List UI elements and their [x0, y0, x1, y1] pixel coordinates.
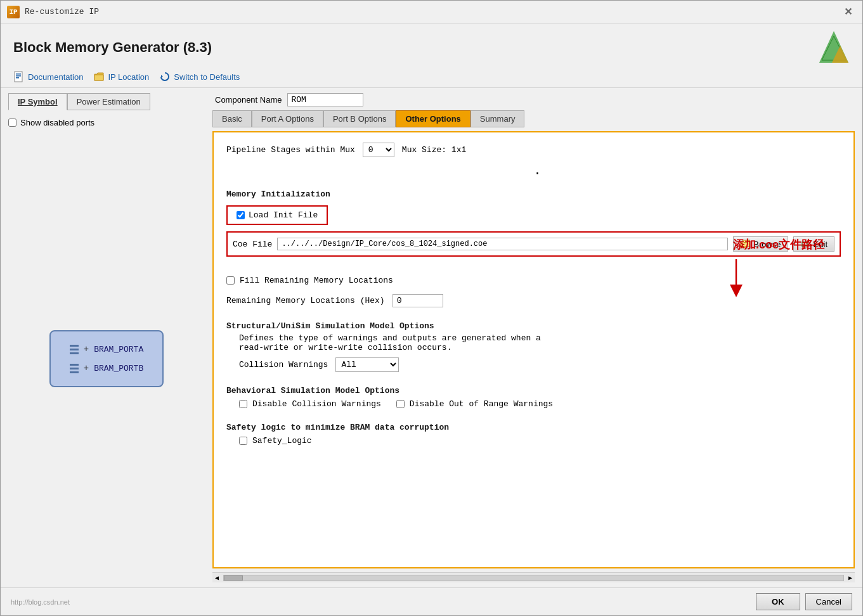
- svg-rect-4: [16, 74, 21, 75]
- folder-icon: [93, 71, 105, 82]
- bram-portb: + BRAM_PORTB: [70, 363, 143, 373]
- show-disabled-checkbox[interactable]: [8, 119, 16, 127]
- cancel-button[interactable]: Cancel: [805, 593, 852, 610]
- switch-defaults-link[interactable]: Switch to Defaults: [159, 71, 240, 82]
- load-init-label: Load Init File: [249, 210, 318, 220]
- right-panel: Component Name Basic Port A Options Port…: [212, 93, 855, 582]
- disable-collision-checkbox[interactable]: [239, 400, 247, 408]
- safety-logic-section-label: Safety logic to minimize BRAM data corru…: [226, 423, 841, 432]
- load-init-file-row[interactable]: Load Init File: [226, 205, 328, 225]
- structural-sim-section: Structural/UniSim Simulation Model Optio…: [226, 321, 841, 372]
- mux-size-label: Mux Size: 1x1: [402, 145, 466, 155]
- annotation-container: 添加.coe文件路径: [720, 256, 752, 300]
- structural-sim-content: Defines the type of warnings and outputs…: [226, 333, 841, 372]
- behavioral-sim-label: Behavioral Simulation Model Options: [226, 386, 841, 395]
- porta-lines: [70, 345, 79, 354]
- documentation-label: Documentation: [28, 72, 83, 82]
- disable-collision-row: Disable Collision Warnings Disable Out o…: [239, 399, 841, 409]
- vivado-logo: [818, 30, 850, 65]
- close-button[interactable]: ✕: [840, 4, 856, 19]
- scroll-left-btn[interactable]: ◀: [212, 574, 221, 582]
- component-name-row: Component Name: [212, 93, 855, 106]
- horizontal-scrollbar[interactable]: ◀ ▶: [212, 572, 855, 582]
- behavioral-sim-content: Disable Collision Warnings Disable Out o…: [226, 399, 841, 409]
- portb-lines: [70, 364, 79, 373]
- disable-collision-label: Disable Collision Warnings: [252, 399, 381, 409]
- bram-block: + BRAM_PORTA + BRAM_PORTB: [49, 330, 164, 387]
- tab-portb-options[interactable]: Port B Options: [323, 110, 396, 127]
- window-title: Re-customize IP: [25, 7, 99, 16]
- bram-porta: + BRAM_PORTA: [70, 344, 143, 354]
- svg-rect-6: [16, 77, 19, 79]
- port-line-4: [70, 364, 79, 366]
- port-line-1: [70, 345, 79, 347]
- collision-warnings-row: Collision Warnings All Generate X None: [239, 357, 841, 372]
- port-line-3: [70, 352, 79, 354]
- collision-warnings-label: Collision Warnings: [239, 360, 328, 369]
- disable-range-checkbox[interactable]: [396, 400, 405, 408]
- structural-desc2: read-write or write-write collision occu…: [239, 343, 841, 352]
- tab-power-estimation[interactable]: Power Estimation: [67, 93, 150, 110]
- ip-location-label: IP Location: [108, 72, 149, 82]
- svg-marker-7: [161, 75, 163, 77]
- app-title: Block Memory Generator (8.3): [13, 39, 212, 56]
- scrollbar-track: [223, 575, 844, 581]
- safety-logic-checkbox[interactable]: [239, 437, 247, 445]
- memory-init-label: Memory Initialization: [226, 189, 841, 199]
- tab-basic[interactable]: Basic: [212, 110, 252, 127]
- switch-defaults-label: Switch to Defaults: [174, 72, 240, 82]
- left-panel: IP Symbol Power Estimation Show disabled…: [8, 93, 205, 582]
- portb-plus: +: [84, 363, 89, 373]
- component-name-label: Component Name: [215, 95, 282, 105]
- tab-summary[interactable]: Summary: [470, 110, 525, 127]
- svg-rect-3: [15, 72, 22, 82]
- safety-logic-content: Safety_Logic: [226, 436, 841, 446]
- dot-separator: ·: [226, 166, 841, 181]
- refresh-icon: [159, 71, 171, 82]
- arrow-annotation: [720, 256, 752, 300]
- svg-rect-5: [16, 75, 21, 77]
- port-line-5: [70, 368, 79, 369]
- remaining-hex-input[interactable]: [393, 294, 443, 307]
- safety-logic-label: Safety_Logic: [252, 436, 312, 446]
- scrollbar-thumb[interactable]: [224, 575, 243, 581]
- pipeline-stages-row: Pipeline Stages within Mux 0 1 2 Mux Siz…: [226, 143, 841, 157]
- title-bar: IP Re-customize IP ✕: [1, 1, 862, 23]
- window-icon: IP: [7, 6, 20, 18]
- ip-location-link[interactable]: IP Location: [93, 71, 149, 82]
- tab-other-options[interactable]: Other Options: [396, 110, 470, 127]
- title-bar-left: IP Re-customize IP: [7, 6, 99, 18]
- main-content: IP Symbol Power Estimation Show disabled…: [1, 88, 862, 587]
- ok-button[interactable]: OK: [756, 593, 800, 610]
- coe-file-input[interactable]: [277, 238, 728, 250]
- structural-sim-label: Structural/UniSim Simulation Model Optio…: [226, 321, 841, 331]
- collision-warnings-select[interactable]: All Generate X None: [335, 357, 399, 372]
- annotation-text: 添加.coe文件路径: [733, 237, 824, 252]
- tab-porta-options[interactable]: Port A Options: [252, 110, 323, 127]
- disable-range-label: Disable Out of Range Warnings: [410, 399, 553, 409]
- options-panel: Pipeline Stages within Mux 0 1 2 Mux Siz…: [212, 131, 855, 568]
- pipeline-stages-label: Pipeline Stages within Mux: [226, 145, 355, 155]
- porta-label: BRAM_PORTA: [94, 345, 143, 354]
- documentation-link[interactable]: Documentation: [13, 71, 83, 82]
- bottom-bar: http://blog.csdn.net OK Cancel: [1, 587, 862, 615]
- component-name-input[interactable]: [287, 93, 363, 106]
- pipeline-stages-select[interactable]: 0 1 2: [363, 143, 394, 157]
- left-tabs: IP Symbol Power Estimation: [8, 93, 205, 110]
- coe-file-label: Coe File: [233, 240, 272, 249]
- watermark-text: http://blog.csdn.net: [11, 598, 70, 606]
- right-tabs: Basic Port A Options Port B Options Othe…: [212, 110, 855, 127]
- porta-plus: +: [84, 344, 89, 354]
- port-line-2: [70, 349, 79, 350]
- app-title-bar: Block Memory Generator (8.3): [1, 23, 862, 68]
- behavioral-sim-section: Behavioral Simulation Model Options Disa…: [226, 386, 841, 409]
- safety-logic-row: Safety_Logic: [239, 436, 841, 446]
- remaining-hex-label: Remaining Memory Locations (Hex): [226, 296, 385, 305]
- portb-label: BRAM_PORTB: [94, 364, 143, 373]
- documentation-icon: [13, 71, 25, 82]
- scroll-right-btn[interactable]: ▶: [846, 574, 855, 582]
- fill-remaining-checkbox[interactable]: [226, 276, 235, 285]
- load-init-checkbox[interactable]: [237, 211, 245, 219]
- show-disabled-row: Show disabled ports: [8, 115, 205, 130]
- tab-ip-symbol[interactable]: IP Symbol: [8, 93, 67, 110]
